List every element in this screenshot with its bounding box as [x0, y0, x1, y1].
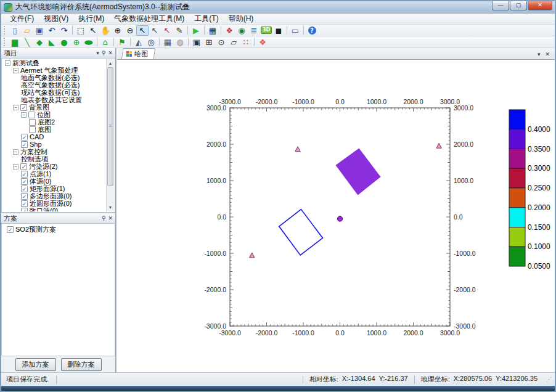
pan-hand-button[interactable]: ✋ — [99, 25, 112, 36]
tree-checkbox[interactable] — [28, 112, 35, 118]
select-cursor-button[interactable]: ↖ — [87, 25, 99, 36]
parallelogram-frame-button[interactable]: ▱ — [227, 37, 240, 47]
project-tree-item[interactable]: 现站气象数据(可选) — [2, 89, 106, 96]
toolbar-grip[interactable] — [4, 38, 7, 46]
titlebar[interactable]: 大气环境影响评价系统(AermodSystem)3.0--新测试叠 — ▢ ✕ — [1, 1, 555, 14]
redo-button[interactable]: ↷ — [58, 25, 70, 36]
project-tree-item[interactable]: −✓背景图 — [2, 104, 106, 111]
panel-pin-icon[interactable]: ⚲ — [102, 214, 106, 223]
point-select-button[interactable]: ↖ — [136, 25, 149, 36]
tree-checkbox[interactable]: ✓ — [21, 134, 28, 141]
project-tree-item[interactable]: −新测试叠 — [2, 59, 106, 67]
delete-scheme-button[interactable]: 删除方案 — [61, 358, 102, 371]
resize-grip-icon[interactable]: ⋰ — [541, 376, 555, 383]
rect-grid-frame-button[interactable]: ▣ — [190, 37, 203, 47]
tree-expander-icon[interactable]: − — [13, 105, 18, 110]
project-tree-item[interactable]: ✓多边形面源(0) — [2, 192, 106, 200]
add-scheme-button[interactable]: 添加方案 — [15, 358, 56, 371]
vertex-delete-button[interactable]: ↖ — [161, 25, 173, 36]
panel-close-icon[interactable]: ✕ — [108, 49, 113, 58]
flat-ellipse-source-tool-button[interactable]: ⬤ — [83, 37, 95, 47]
layers-button[interactable]: ≣ — [248, 25, 260, 36]
tree-checkbox[interactable]: ✓ — [21, 178, 28, 185]
point-source-tool-button[interactable]: ▆ — [9, 37, 21, 47]
run-model-button[interactable]: ▶ — [190, 25, 202, 36]
menu-item-5[interactable]: 帮助(H) — [224, 13, 259, 25]
screen-capture-button[interactable]: ▭ — [289, 25, 301, 36]
rect-grid-frame-2-button[interactable]: ⊞ — [203, 37, 215, 47]
zoom-out-button[interactable]: ⊖ — [124, 25, 136, 36]
tab-close-icon[interactable]: ✕ — [545, 51, 550, 57]
point-source-marker[interactable] — [337, 216, 342, 221]
project-tree-item[interactable]: −✓污染源(2) — [2, 163, 106, 170]
annotate-edit-button[interactable]: ✎ — [173, 25, 186, 36]
save-button[interactable]: ▣ — [33, 25, 46, 36]
scroll-thumb[interactable] — [107, 67, 113, 186]
panel-pin-icon[interactable]: ⚲ — [102, 49, 106, 58]
boundary-square-shape[interactable] — [279, 210, 323, 255]
close-button[interactable]: ✕ — [528, 1, 552, 10]
menu-item-1[interactable]: 视图(V) — [39, 13, 73, 25]
project-tree-item[interactable]: ✓点源(1) — [2, 170, 106, 178]
undo-button[interactable]: ↶ — [46, 25, 58, 36]
panel-dropdown-icon[interactable]: ▾ — [96, 49, 99, 58]
building-tool-button[interactable]: ⌂ — [99, 37, 112, 47]
color-scatter-button[interactable]: ❖ — [223, 25, 235, 36]
project-tree-item[interactable]: ✓敞口源(0) — [2, 207, 106, 211]
globe-tool-button[interactable]: ◎ — [145, 37, 157, 47]
tree-checkbox[interactable]: ✓ — [21, 186, 28, 192]
zoom-in-button[interactable]: ⊕ — [112, 25, 124, 36]
menu-item-3[interactable]: 气象数据处理工具(M) — [109, 13, 189, 25]
vertex-edit-button[interactable]: ↖ — [149, 25, 161, 36]
line-source-tool-button[interactable]: ╲ — [21, 37, 33, 47]
receptor-triangle-marker[interactable] — [436, 143, 441, 148]
minimize-button[interactable]: — — [492, 1, 509, 10]
tree-checkbox[interactable]: ✓ — [21, 200, 28, 207]
project-tree-item[interactable]: 高空气象数据(必选) — [2, 81, 106, 89]
receptor-triangle-marker[interactable] — [295, 147, 300, 152]
project-tree-item[interactable]: ✓矩形面源(1) — [2, 185, 106, 192]
tree-checkbox[interactable] — [29, 119, 36, 126]
project-tree-item[interactable]: ✓Shp — [2, 141, 106, 148]
cube-3d-button[interactable]: ◼ — [272, 25, 285, 36]
tree-checkbox[interactable]: ✓ — [21, 208, 28, 212]
panel-close-icon[interactable]: ✕ — [108, 214, 113, 223]
tree-checkbox[interactable]: ✓ — [21, 171, 28, 178]
project-tree-scrollbar[interactable]: ▲ ▼ — [106, 59, 114, 211]
project-tree-item[interactable]: ✓近圆形面源(0) — [2, 200, 106, 207]
plot-canvas[interactable]: -3000.0-3000.0-2000.0-2000.0-1000.0-1000… — [117, 60, 555, 372]
tree-expander-icon[interactable]: − — [13, 68, 18, 73]
project-tree-item[interactable]: −位图 — [2, 111, 106, 118]
flag-tool-button[interactable]: ⚑ — [116, 37, 128, 47]
discrete-points-button[interactable]: ∷ — [240, 37, 252, 47]
tree-expander-icon[interactable]: − — [5, 60, 10, 66]
tab-plot[interactable]: 绘图 — [121, 48, 156, 59]
project-tree-item[interactable]: ✓体源(0) — [2, 178, 106, 185]
circle-grid-frame-button[interactable]: ⊙ — [215, 37, 227, 47]
new-file-button[interactable]: ▯ — [9, 25, 21, 36]
scroll-up-icon[interactable]: ▲ — [107, 59, 114, 67]
tree-checkbox[interactable]: ✓ — [21, 141, 28, 148]
open-folder-button[interactable]: ▱ — [21, 25, 33, 36]
rect-area-source-shape[interactable] — [335, 148, 380, 195]
project-tree-item[interactable]: 地面气象数据(必选) — [2, 74, 106, 81]
receptor-triangle-marker[interactable] — [250, 253, 255, 258]
tree-checkbox[interactable] — [29, 126, 36, 133]
rect-area-source-tool-button[interactable]: ◆ — [33, 37, 46, 47]
project-tree-item[interactable]: −方案控制 — [2, 148, 106, 155]
toolbar-grip[interactable] — [4, 26, 7, 35]
project-tree-item[interactable]: −Aermet 气象预处理 — [2, 67, 106, 74]
menu-item-4[interactable]: 工具(T) — [189, 13, 223, 25]
tree-checkbox[interactable]: ✓ — [7, 226, 14, 233]
scheme-item[interactable]: ✓SO2预测方案 — [4, 225, 115, 234]
tree-expander-icon[interactable]: − — [13, 164, 18, 169]
help-button[interactable]: ? — [306, 25, 318, 36]
full-extent-button[interactable]: ⬚ — [75, 25, 87, 36]
terrain-tool-button[interactable]: ◭ — [133, 37, 145, 47]
contour-fill-button[interactable]: ◉ — [235, 25, 248, 36]
tree-checkbox[interactable]: ✓ — [20, 104, 27, 111]
grid-tool-button[interactable]: ▦ — [161, 37, 174, 47]
scroll-down-icon[interactable]: ▼ — [107, 203, 114, 211]
maximize-button[interactable]: ▢ — [510, 1, 527, 10]
grid-receptors-button[interactable]: ▦ — [206, 25, 219, 36]
